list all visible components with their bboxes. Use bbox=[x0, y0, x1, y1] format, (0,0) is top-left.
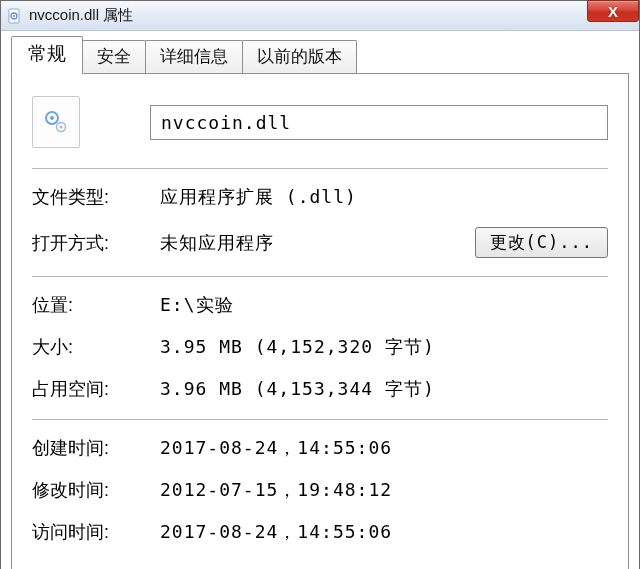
file-header-row: nvccoin.dll bbox=[32, 96, 608, 148]
filetype-icon bbox=[32, 96, 80, 148]
label-location: 位置: bbox=[32, 293, 160, 317]
tab-previous-versions[interactable]: 以前的版本 bbox=[242, 40, 357, 73]
label-filetype: 文件类型: bbox=[32, 185, 160, 209]
value-accessed: 2017-08-24，14:55:06 bbox=[160, 520, 608, 544]
row-size: 大小: 3.95 MB (4,152,320 字节) bbox=[32, 335, 608, 359]
row-created: 创建时间: 2017-08-24，14:55:06 bbox=[32, 436, 608, 460]
file-icon bbox=[7, 8, 23, 24]
label-created: 创建时间: bbox=[32, 436, 160, 460]
value-filetype: 应用程序扩展 (.dll) bbox=[160, 185, 608, 209]
svg-point-4 bbox=[50, 116, 54, 120]
close-button[interactable]: X bbox=[587, 0, 639, 22]
row-location: 位置: E:\实验 bbox=[32, 293, 608, 317]
svg-point-6 bbox=[60, 126, 63, 129]
separator bbox=[32, 168, 608, 169]
tab-general[interactable]: 常规 bbox=[11, 36, 83, 74]
value-size: 3.95 MB (4,152,320 字节) bbox=[160, 335, 608, 359]
label-ondisk: 占用空间: bbox=[32, 377, 160, 401]
separator bbox=[32, 419, 608, 420]
properties-window: nvccoin.dll 属性 X 常规 安全 详细信息 以前的版本 bbox=[0, 0, 640, 569]
row-accessed: 访问时间: 2017-08-24，14:55:06 bbox=[32, 520, 608, 544]
label-openwith: 打开方式: bbox=[32, 231, 160, 255]
svg-point-2 bbox=[13, 15, 15, 17]
row-modified: 修改时间: 2012-07-15，19:48:12 bbox=[32, 478, 608, 502]
row-filetype: 文件类型: 应用程序扩展 (.dll) bbox=[32, 185, 608, 209]
label-size: 大小: bbox=[32, 335, 160, 359]
label-modified: 修改时间: bbox=[32, 478, 160, 502]
dialog-body: 常规 安全 详细信息 以前的版本 nvccoin.dll 文件类 bbox=[1, 31, 639, 569]
value-location: E:\实验 bbox=[160, 293, 608, 317]
window-title: nvccoin.dll 属性 bbox=[29, 6, 133, 25]
separator bbox=[32, 276, 608, 277]
value-modified: 2012-07-15，19:48:12 bbox=[160, 478, 608, 502]
value-ondisk: 3.96 MB (4,153,344 字节) bbox=[160, 377, 608, 401]
value-openwith: 未知应用程序 bbox=[160, 231, 465, 255]
row-ondisk: 占用空间: 3.96 MB (4,153,344 字节) bbox=[32, 377, 608, 401]
label-accessed: 访问时间: bbox=[32, 520, 160, 544]
tab-details[interactable]: 详细信息 bbox=[145, 40, 243, 73]
titlebar[interactable]: nvccoin.dll 属性 X bbox=[1, 1, 639, 31]
tab-panel-general: nvccoin.dll 文件类型: 应用程序扩展 (.dll) 打开方式: 未知… bbox=[11, 73, 629, 569]
value-created: 2017-08-24，14:55:06 bbox=[160, 436, 608, 460]
tab-security[interactable]: 安全 bbox=[82, 40, 146, 73]
filename-field[interactable]: nvccoin.dll bbox=[150, 105, 608, 140]
close-icon: X bbox=[608, 3, 618, 20]
row-openwith: 打开方式: 未知应用程序 更改(C)... bbox=[32, 227, 608, 258]
tabstrip: 常规 安全 详细信息 以前的版本 bbox=[11, 41, 629, 73]
change-button[interactable]: 更改(C)... bbox=[475, 227, 608, 258]
